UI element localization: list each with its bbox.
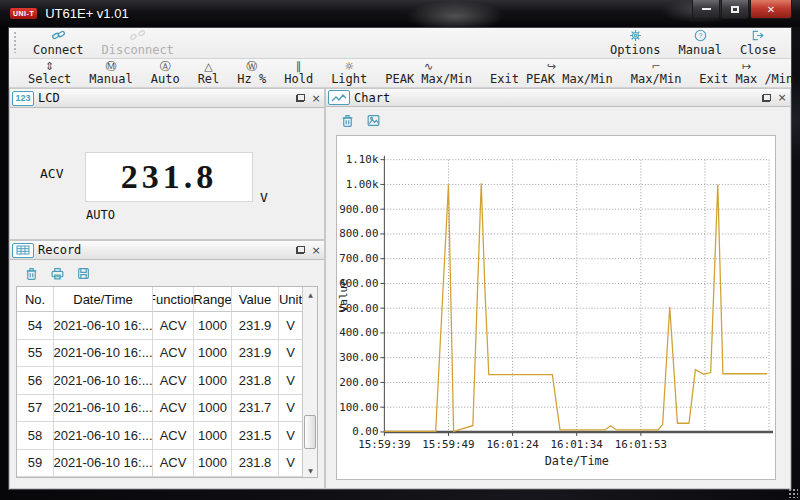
table-cell: ACV (153, 367, 194, 395)
chart-close-button[interactable]: × (774, 91, 790, 105)
manual-range-button[interactable]: Ⓜ Manual (89, 61, 132, 85)
float-icon (296, 246, 305, 254)
table-row[interactable]: 542021-06-10 16:...ACV1000231.9V (17, 312, 302, 340)
toolbar-grip[interactable] (13, 31, 18, 53)
chart-line-icon (328, 90, 350, 105)
peak-maxmin-button[interactable]: ∿ PEAK Max/Min (385, 61, 472, 85)
hz-percent-button[interactable]: Ⓦ Hz % (237, 61, 266, 85)
svg-text:16:01:53: 16:01:53 (615, 437, 667, 450)
chart-panel-titlebar[interactable]: Chart × (326, 89, 790, 107)
options-button[interactable]: Options (610, 29, 661, 56)
window-resize-grip[interactable] (788, 488, 798, 498)
table-cell: 2021-06-10 16:... (54, 340, 153, 368)
table-cell: ACV (153, 422, 194, 450)
record-float-button[interactable] (292, 243, 308, 257)
record-close-button[interactable]: × (308, 243, 324, 257)
table-cell: 55 (17, 340, 54, 368)
scroll-up-arrow[interactable]: ▲ (303, 287, 318, 301)
chart-delete-button[interactable] (334, 110, 360, 130)
float-icon (296, 94, 305, 102)
chart-export-image-button[interactable] (360, 110, 386, 130)
scrollbar-thumb[interactable] (304, 415, 316, 449)
maxmin-button[interactable]: ⌐ Max/Min (631, 61, 682, 85)
lcd-panel: 123 LCD × ACV 231.8 V AUTO (9, 88, 325, 240)
column-header[interactable]: Value (232, 287, 279, 312)
table-cell: 1000 (194, 367, 232, 395)
table-cell: 231.8 (232, 450, 279, 478)
svg-text:16:01:24: 16:01:24 (486, 437, 539, 450)
column-header[interactable]: No. (17, 287, 54, 312)
table-row[interactable]: 552021-06-10 16:...ACV1000231.9V (17, 340, 302, 368)
svg-text:1.00k: 1.00k (346, 178, 379, 191)
meter-toolbar: ⇕ Select Ⓜ Manual Ⓐ Auto △ Rel Ⓦ Hz % ∥ … (9, 59, 791, 88)
manual-help-button[interactable]: ? Manual (679, 29, 722, 56)
trash-icon (340, 113, 355, 128)
select-button[interactable]: ⇕ Select (28, 61, 71, 85)
table-cell: 1000 (194, 340, 232, 368)
close-app-button[interactable]: Close (740, 29, 776, 56)
window-title: UT61E+ v1.01 (45, 6, 128, 21)
table-cell: V (279, 450, 302, 478)
table-row[interactable]: 592021-06-10 16:...ACV1000231.8V (17, 450, 302, 478)
table-cell: V (279, 340, 302, 368)
window-titlebar[interactable]: UNI-T UT61E+ v1.01 ✕ (0, 0, 800, 27)
svg-text:400.00: 400.00 (339, 326, 378, 339)
lcd-value-display: 231.8 (85, 152, 253, 202)
table-cell: 2021-06-10 16:... (54, 367, 153, 395)
table-cell: 231.9 (232, 312, 279, 340)
connect-button[interactable]: Connect (33, 29, 84, 56)
scroll-down-arrow[interactable]: ▼ (303, 463, 318, 477)
svg-text:?: ? (698, 31, 702, 40)
maximize-button[interactable] (721, 0, 749, 19)
light-button[interactable]: ☼ Light (331, 61, 367, 85)
question-circle-icon: ? (693, 29, 708, 44)
chart-float-button[interactable] (758, 91, 774, 105)
close-button[interactable]: ✕ (750, 0, 792, 19)
record-table-body: 542021-06-10 16:...ACV1000231.9V552021-0… (17, 312, 302, 477)
column-header[interactable]: Function (153, 287, 194, 312)
table-row[interactable]: 562021-06-10 16:...ACV1000231.8V (17, 367, 302, 395)
lcd-float-button[interactable] (292, 91, 308, 105)
svg-text:15:59:49: 15:59:49 (422, 437, 474, 450)
record-save-button[interactable] (70, 263, 96, 283)
lcd-reading: 231.8 (121, 158, 218, 196)
hold-button[interactable]: ∥ Hold (284, 61, 313, 85)
table-cell: 59 (17, 450, 54, 478)
table-row[interactable]: 572021-06-10 16:...ACV1000231.7V (17, 395, 302, 423)
svg-text:200.00: 200.00 (339, 376, 378, 389)
record-panel-titlebar[interactable]: Record × (10, 241, 324, 260)
record-panel: Record × (9, 240, 325, 489)
value-time-chart: 1.10k1.00k900.00800.00700.00600.00500.00… (337, 136, 775, 479)
record-toolbar (10, 260, 324, 286)
record-print-button[interactable] (44, 263, 70, 283)
column-header[interactable]: Date/Time (54, 287, 153, 312)
lcd-close-button[interactable]: × (308, 91, 324, 105)
uni-t-logo: UNI-T (10, 8, 37, 19)
table-cell: 231.8 (232, 367, 279, 395)
lcd-mode-label: AUTO (86, 208, 115, 222)
lcd-panel-titlebar[interactable]: 123 LCD × (10, 89, 324, 108)
table-cell: 1000 (194, 395, 232, 423)
main-toolbar: Connect Disconnect Options ? Manual Clos (9, 28, 791, 59)
table-cell: 54 (17, 312, 54, 340)
chart-plot-area[interactable]: 1.10k1.00k900.00800.00700.00600.00500.00… (336, 135, 776, 480)
table-row[interactable]: 582021-06-10 16:...ACV1000231.5V (17, 422, 302, 450)
table-cell: 2021-06-10 16:... (54, 312, 153, 340)
table-cell: 56 (17, 367, 54, 395)
column-header[interactable]: Unit (279, 287, 302, 312)
exit-maxmin-button[interactable]: ↦ Exit Max /Min (699, 61, 793, 85)
record-panel-title: Record (38, 243, 81, 257)
minimize-button[interactable] (692, 0, 720, 19)
table-cell: V (279, 312, 302, 340)
table-cell: 1000 (194, 450, 232, 478)
print-icon (50, 266, 65, 281)
svg-text:100.00: 100.00 (339, 400, 378, 413)
record-delete-button[interactable] (18, 263, 44, 283)
exit-peak-maxmin-button[interactable]: ↪ Exit PEAK Max/Min (490, 61, 613, 85)
column-header[interactable]: Range (194, 287, 232, 312)
rel-button[interactable]: △ Rel (198, 61, 220, 85)
table-cell: ACV (153, 312, 194, 340)
svg-text:0.00: 0.00 (352, 425, 378, 438)
auto-range-button[interactable]: Ⓐ Auto (151, 61, 180, 85)
record-scrollbar[interactable]: ▲ ▼ (302, 287, 317, 477)
